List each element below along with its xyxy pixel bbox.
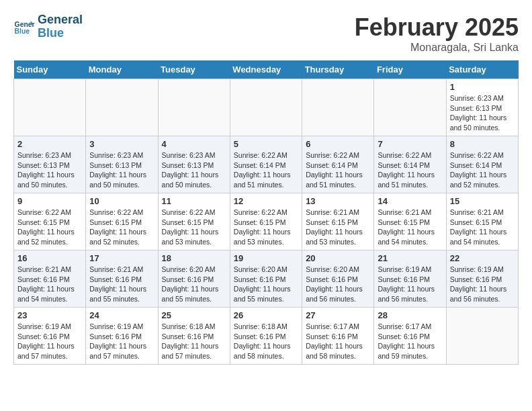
calendar-cell: 14Sunrise: 6:21 AM Sunset: 6:15 PM Dayli… <box>374 193 446 250</box>
day-info: Sunrise: 6:18 AM Sunset: 6:16 PM Dayligh… <box>234 322 298 361</box>
day-number: 24 <box>89 310 154 320</box>
calendar-cell: 13Sunrise: 6:21 AM Sunset: 6:15 PM Dayli… <box>302 193 374 250</box>
week-row-4: 16Sunrise: 6:21 AM Sunset: 6:16 PM Dayli… <box>14 250 519 308</box>
day-number: 21 <box>378 253 442 263</box>
day-info: Sunrise: 6:23 AM Sunset: 6:13 PM Dayligh… <box>450 93 515 133</box>
day-info: Sunrise: 6:20 AM Sunset: 6:16 PM Dayligh… <box>162 265 226 304</box>
calendar-cell: 10Sunrise: 6:22 AM Sunset: 6:15 PM Dayli… <box>86 193 158 250</box>
day-info: Sunrise: 6:18 AM Sunset: 6:16 PM Dayligh… <box>162 322 226 361</box>
day-info: Sunrise: 6:21 AM Sunset: 6:16 PM Dayligh… <box>89 265 154 304</box>
svg-text:Blue: Blue <box>15 28 30 35</box>
calendar-cell: 26Sunrise: 6:18 AM Sunset: 6:16 PM Dayli… <box>230 308 302 365</box>
day-info: Sunrise: 6:23 AM Sunset: 6:13 PM Dayligh… <box>89 150 154 190</box>
day-info: Sunrise: 6:22 AM Sunset: 6:15 PM Dayligh… <box>17 208 82 247</box>
day-info: Sunrise: 6:19 AM Sunset: 6:16 PM Dayligh… <box>378 265 442 304</box>
calendar-table: SundayMondayTuesdayWednesdayThursdayFrid… <box>13 60 519 365</box>
day-info: Sunrise: 6:22 AM Sunset: 6:14 PM Dayligh… <box>306 150 370 190</box>
calendar-cell: 9Sunrise: 6:22 AM Sunset: 6:15 PM Daylig… <box>14 193 86 250</box>
calendar-cell: 6Sunrise: 6:22 AM Sunset: 6:14 PM Daylig… <box>302 136 374 193</box>
day-info: Sunrise: 6:20 AM Sunset: 6:16 PM Dayligh… <box>306 265 370 304</box>
day-number: 16 <box>17 253 82 263</box>
day-number: 20 <box>306 253 370 263</box>
week-row-2: 2Sunrise: 6:23 AM Sunset: 6:13 PM Daylig… <box>14 136 519 193</box>
weekday-header-tuesday: Tuesday <box>158 60 230 79</box>
day-number: 14 <box>378 196 442 206</box>
day-number: 18 <box>162 253 226 263</box>
logo-icon: General Blue <box>13 16 35 38</box>
weekday-header-sunday: Sunday <box>14 60 86 79</box>
calendar-cell: 20Sunrise: 6:20 AM Sunset: 6:16 PM Dayli… <box>302 250 374 308</box>
day-number: 5 <box>234 139 298 149</box>
day-number: 4 <box>162 139 226 149</box>
logo: General Blue General Blue <box>13 13 83 40</box>
calendar-cell: 12Sunrise: 6:22 AM Sunset: 6:15 PM Dayli… <box>230 193 302 250</box>
day-info: Sunrise: 6:23 AM Sunset: 6:13 PM Dayligh… <box>162 150 226 190</box>
day-number: 10 <box>89 196 154 206</box>
day-info: Sunrise: 6:17 AM Sunset: 6:16 PM Dayligh… <box>306 322 370 361</box>
weekday-header-thursday: Thursday <box>302 60 374 79</box>
day-number: 3 <box>89 139 154 149</box>
svg-text:General: General <box>15 21 35 28</box>
calendar-cell: 16Sunrise: 6:21 AM Sunset: 6:16 PM Dayli… <box>14 250 86 308</box>
calendar-cell: 18Sunrise: 6:20 AM Sunset: 6:16 PM Dayli… <box>158 250 230 308</box>
location-subtitle: Monaragala, Sri Lanka <box>355 42 519 54</box>
day-number: 15 <box>450 196 515 206</box>
day-number: 17 <box>89 253 154 263</box>
day-number: 19 <box>234 253 298 263</box>
calendar-cell: 1Sunrise: 6:23 AM Sunset: 6:13 PM Daylig… <box>446 79 518 136</box>
day-number: 9 <box>17 196 82 206</box>
calendar-cell <box>14 79 86 136</box>
calendar-cell <box>86 79 158 136</box>
day-number: 6 <box>306 139 370 149</box>
day-info: Sunrise: 6:22 AM Sunset: 6:14 PM Dayligh… <box>450 150 515 190</box>
day-info: Sunrise: 6:21 AM Sunset: 6:15 PM Dayligh… <box>306 208 370 247</box>
weekday-header-row: SundayMondayTuesdayWednesdayThursdayFrid… <box>14 60 519 79</box>
month-title: February 2025 <box>355 13 519 42</box>
weekday-header-friday: Friday <box>374 60 446 79</box>
title-block: February 2025 Monaragala, Sri Lanka <box>355 13 519 54</box>
day-info: Sunrise: 6:22 AM Sunset: 6:15 PM Dayligh… <box>162 208 226 247</box>
calendar-cell: 21Sunrise: 6:19 AM Sunset: 6:16 PM Dayli… <box>374 250 446 308</box>
weekday-header-saturday: Saturday <box>446 60 518 79</box>
day-number: 23 <box>17 310 82 320</box>
day-info: Sunrise: 6:21 AM Sunset: 6:16 PM Dayligh… <box>17 265 82 304</box>
logo-line1: General <box>38 13 83 27</box>
calendar-cell: 7Sunrise: 6:22 AM Sunset: 6:14 PM Daylig… <box>374 136 446 193</box>
calendar-cell: 2Sunrise: 6:23 AM Sunset: 6:13 PM Daylig… <box>14 136 86 193</box>
calendar-cell: 28Sunrise: 6:17 AM Sunset: 6:16 PM Dayli… <box>374 308 446 365</box>
day-info: Sunrise: 6:21 AM Sunset: 6:15 PM Dayligh… <box>450 208 515 247</box>
calendar-cell: 4Sunrise: 6:23 AM Sunset: 6:13 PM Daylig… <box>158 136 230 193</box>
day-info: Sunrise: 6:23 AM Sunset: 6:13 PM Dayligh… <box>17 150 82 190</box>
calendar-cell: 25Sunrise: 6:18 AM Sunset: 6:16 PM Dayli… <box>158 308 230 365</box>
week-row-3: 9Sunrise: 6:22 AM Sunset: 6:15 PM Daylig… <box>14 193 519 250</box>
day-info: Sunrise: 6:19 AM Sunset: 6:16 PM Dayligh… <box>17 322 82 361</box>
day-info: Sunrise: 6:22 AM Sunset: 6:15 PM Dayligh… <box>89 208 154 247</box>
day-number: 12 <box>234 196 298 206</box>
week-row-5: 23Sunrise: 6:19 AM Sunset: 6:16 PM Dayli… <box>14 308 519 365</box>
weekday-header-wednesday: Wednesday <box>230 60 302 79</box>
day-number: 25 <box>162 310 226 320</box>
day-info: Sunrise: 6:22 AM Sunset: 6:15 PM Dayligh… <box>234 208 298 247</box>
day-info: Sunrise: 6:22 AM Sunset: 6:14 PM Dayligh… <box>378 150 442 190</box>
weekday-header-monday: Monday <box>86 60 158 79</box>
day-info: Sunrise: 6:21 AM Sunset: 6:15 PM Dayligh… <box>378 208 442 247</box>
day-info: Sunrise: 6:19 AM Sunset: 6:16 PM Dayligh… <box>89 322 154 361</box>
calendar-cell: 19Sunrise: 6:20 AM Sunset: 6:16 PM Dayli… <box>230 250 302 308</box>
day-info: Sunrise: 6:20 AM Sunset: 6:16 PM Dayligh… <box>234 265 298 304</box>
calendar-cell <box>230 79 302 136</box>
page-header: General Blue General Blue February 2025 … <box>13 13 519 54</box>
calendar-cell <box>158 79 230 136</box>
day-number: 7 <box>378 139 442 149</box>
day-number: 26 <box>234 310 298 320</box>
day-number: 27 <box>306 310 370 320</box>
calendar-cell: 15Sunrise: 6:21 AM Sunset: 6:15 PM Dayli… <box>446 193 518 250</box>
calendar-cell: 22Sunrise: 6:19 AM Sunset: 6:16 PM Dayli… <box>446 250 518 308</box>
calendar-cell: 11Sunrise: 6:22 AM Sunset: 6:15 PM Dayli… <box>158 193 230 250</box>
calendar-cell: 5Sunrise: 6:22 AM Sunset: 6:14 PM Daylig… <box>230 136 302 193</box>
day-info: Sunrise: 6:17 AM Sunset: 6:16 PM Dayligh… <box>378 322 442 361</box>
calendar-cell: 17Sunrise: 6:21 AM Sunset: 6:16 PM Dayli… <box>86 250 158 308</box>
day-number: 22 <box>450 253 515 263</box>
calendar-cell <box>302 79 374 136</box>
day-number: 8 <box>450 139 515 149</box>
day-number: 1 <box>450 82 515 92</box>
